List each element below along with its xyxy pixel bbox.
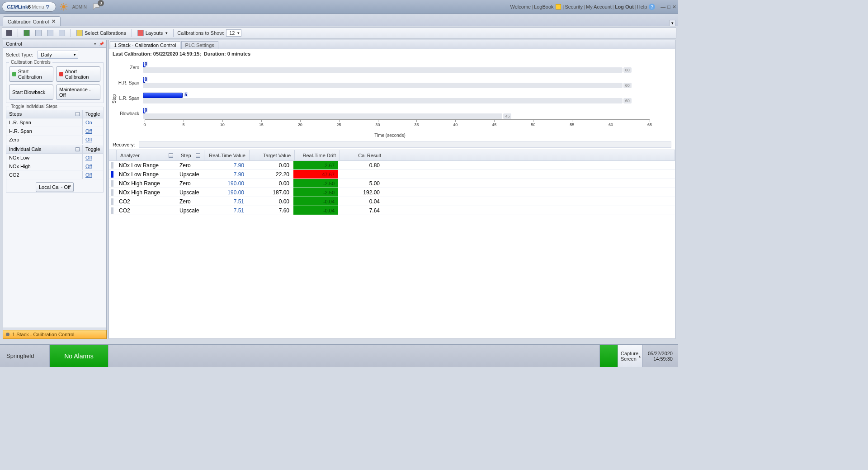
filter-icon[interactable] bbox=[75, 112, 80, 116]
my-account-link[interactable]: My Account bbox=[586, 4, 612, 9]
select-calibrations-label: Select Calibrations bbox=[85, 30, 126, 36]
welcome-link[interactable]: Welcome bbox=[510, 4, 531, 9]
cell-analyzer: NOx Low Range bbox=[115, 170, 176, 179]
minimize-icon[interactable]: — bbox=[660, 4, 665, 9]
cell-drift: -0.04 bbox=[293, 197, 339, 206]
chevron-down-icon: ▾ bbox=[237, 31, 240, 35]
analyzer-grid: Analyzer Step Real-Time Value Target Val… bbox=[109, 150, 675, 215]
ind-cal-toggle-link[interactable]: Off bbox=[85, 164, 92, 169]
step-toggle-link[interactable]: On bbox=[85, 120, 92, 125]
abort-calibration-button[interactable]: Abort Calibration bbox=[56, 66, 100, 82]
play-icon bbox=[12, 72, 16, 76]
pin-icon[interactable]: 📌 bbox=[99, 42, 104, 46]
chat-icon[interactable]: 0 bbox=[91, 2, 101, 12]
svg-line-5 bbox=[61, 4, 62, 5]
content-panel: 1 Stack - Calibration Control PLC Settin… bbox=[108, 40, 675, 339]
ind-cal-toggle-link[interactable]: Off bbox=[85, 172, 92, 178]
x-tick-label: 55 bbox=[570, 122, 574, 127]
cell-result: 0.04 bbox=[339, 197, 384, 206]
layouts-button[interactable]: Layouts ▾ bbox=[136, 29, 170, 37]
tool-action2-icon[interactable] bbox=[45, 29, 55, 37]
grid-row[interactable]: CO2 Upscale 7.51 7.60 -0.04 7.64 bbox=[109, 206, 675, 215]
settings-gear-icon[interactable] bbox=[59, 2, 69, 12]
tab-stack-calibration[interactable]: 1 Stack - Calibration Control bbox=[110, 41, 180, 49]
chart-bar-track: 60 0 bbox=[143, 77, 662, 88]
help-link[interactable]: Help bbox=[637, 4, 647, 9]
maintenance-off-button[interactable]: Maintenance - Off bbox=[56, 85, 100, 100]
logout-link[interactable]: Log Out bbox=[615, 4, 634, 9]
tool-stack-icon[interactable] bbox=[4, 29, 14, 37]
grid-row[interactable]: NOx Low Range Upscale 7.90 22.20 47.67 bbox=[109, 170, 675, 179]
cell-drift: -2.67 bbox=[293, 161, 339, 169]
maximize-icon[interactable]: □ bbox=[667, 4, 670, 9]
status-alarm[interactable]: No Alarms bbox=[50, 345, 108, 367]
cell-realtime-value: 7.51 bbox=[203, 206, 248, 215]
tool-action1-icon[interactable] bbox=[33, 29, 43, 37]
tab-plc-settings[interactable]: PLC Settings bbox=[181, 41, 218, 49]
cell-target-value: 22.20 bbox=[248, 170, 293, 179]
x-tick-label: 35 bbox=[414, 122, 419, 127]
tab-label: Calibration Control bbox=[8, 19, 49, 24]
start-blowback-button[interactable]: Start Blowback bbox=[9, 85, 53, 100]
tool-user-icon[interactable] bbox=[22, 29, 32, 37]
group-legend: Calibration Controls bbox=[9, 60, 52, 65]
tab-overflow-button[interactable]: ▾ bbox=[669, 20, 675, 26]
x-tick-label: 15 bbox=[259, 122, 264, 127]
grid-row[interactable]: NOx Low Range Zero 7.90 0.00 -2.67 0.80 bbox=[109, 161, 675, 170]
filter-icon[interactable] bbox=[196, 153, 200, 158]
grid-row[interactable]: NOx High Range Zero 190.00 0.00 -2.50 5.… bbox=[109, 179, 675, 188]
chart-y-axis-label: Step bbox=[111, 60, 118, 138]
x-tick-label: 45 bbox=[492, 122, 496, 127]
grid-row[interactable]: NOx High Range Upscale 190.00 187.00 -2.… bbox=[109, 188, 675, 197]
side-panel-title: Control bbox=[6, 41, 22, 47]
chart-track-bar bbox=[143, 67, 623, 73]
step-row: ZeroOff bbox=[6, 136, 103, 144]
local-cal-button[interactable]: Local Cal - Off bbox=[36, 182, 74, 192]
capture-screen-button[interactable]: Capture Screen ▴ bbox=[618, 345, 642, 367]
cell-result: 7.64 bbox=[339, 206, 384, 215]
tool-action3-icon[interactable] bbox=[57, 29, 67, 37]
cell-target-value: 0.00 bbox=[248, 197, 293, 206]
ind-cal-toggle-link[interactable]: Off bbox=[85, 155, 92, 160]
step-toggle-link[interactable]: Off bbox=[85, 128, 92, 134]
filter-icon[interactable] bbox=[169, 153, 173, 158]
close-icon[interactable]: ✕ bbox=[672, 4, 676, 10]
logbook-link[interactable]: LogBook bbox=[534, 4, 553, 9]
cell-result: 192.00 bbox=[339, 188, 384, 197]
tab-close-icon[interactable]: ✕ bbox=[52, 19, 56, 24]
cell-realtime-value: 7.90 bbox=[203, 170, 248, 179]
tab-calibration-control[interactable]: Calibration Control ✕ bbox=[3, 16, 61, 26]
cell-step: Zero bbox=[176, 179, 203, 188]
cal-show-label: Calibrations to Show: bbox=[177, 30, 224, 36]
logo-prefix: CEM bbox=[7, 4, 18, 9]
row-marker-icon bbox=[111, 162, 113, 169]
grid-row[interactable]: CO2 Zero 7.51 0.00 -0.04 0.04 bbox=[109, 197, 675, 206]
security-link[interactable]: Security bbox=[565, 4, 583, 9]
select-calibrations-button[interactable]: Select Calibrations bbox=[75, 29, 128, 37]
cell-target-value: 0.00 bbox=[248, 161, 293, 169]
main-menu-button[interactable]: CEMLink6 Menu ▽ bbox=[2, 2, 56, 12]
side-collapse-icon[interactable]: ▾ bbox=[93, 42, 97, 46]
svg-line-7 bbox=[61, 9, 62, 9]
help-icon[interactable]: ? bbox=[649, 4, 655, 10]
x-tick-label: 65 bbox=[647, 122, 652, 127]
row-marker-icon bbox=[111, 198, 113, 205]
chart-category-label: Blowback bbox=[118, 111, 141, 116]
chart-category-label: L.R. Span bbox=[118, 96, 141, 101]
x-tick-label: 10 bbox=[220, 122, 225, 127]
cal-show-dropdown[interactable]: 12 ▾ bbox=[226, 29, 241, 37]
start-calibration-button[interactable]: Start Calibration bbox=[9, 66, 53, 82]
step-toggle-link[interactable]: Off bbox=[85, 137, 92, 142]
calibration-controls-group: Calibration Controls Start Calibration A… bbox=[6, 62, 104, 103]
col-analyzer: Analyzer bbox=[120, 153, 140, 158]
col-result: Cal Result bbox=[358, 153, 381, 158]
current-user-label: ADMIN bbox=[72, 5, 87, 9]
recovery-label: Recovery: bbox=[113, 142, 135, 147]
cell-target-value: 187.00 bbox=[248, 188, 293, 197]
ind-cal-row: NOx LowOff bbox=[6, 154, 103, 162]
col-target: Target Value bbox=[263, 153, 291, 158]
side-bottom-tab[interactable]: 1 Stack - Calibration Control bbox=[3, 330, 107, 339]
select-type-dropdown[interactable]: Daily ▾ bbox=[38, 51, 78, 59]
side-bottom-tab-label: 1 Stack - Calibration Control bbox=[12, 332, 75, 337]
filter-icon[interactable] bbox=[75, 147, 80, 151]
